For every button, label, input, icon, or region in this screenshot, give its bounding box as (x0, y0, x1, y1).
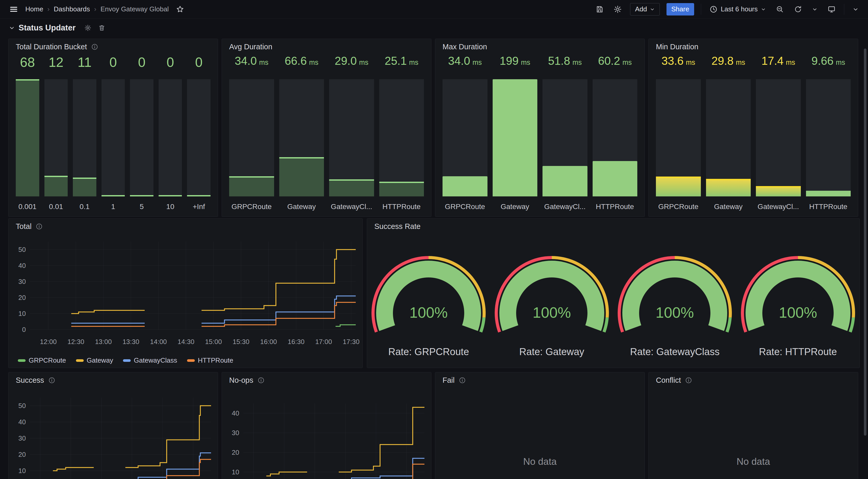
breadcrumb-separator: › (47, 5, 50, 13)
svg-text:14:00: 14:00 (150, 338, 167, 346)
info-icon[interactable] (36, 223, 43, 230)
panel-title: Total Duration Bucket (16, 43, 87, 51)
stat-value: 12 (49, 55, 64, 70)
hamburger-menu-button[interactable] (8, 3, 20, 15)
bar-track (706, 79, 751, 196)
bar-fill (159, 195, 182, 196)
row-settings-button[interactable] (83, 23, 93, 33)
bar-fill (542, 166, 587, 196)
svg-text:100%: 100% (533, 304, 571, 321)
bar-fill (101, 195, 125, 196)
legend-item[interactable]: HTTPRoute (187, 356, 233, 365)
panel-title: Success Rate (374, 222, 421, 231)
legend-item[interactable]: Gateway (76, 356, 114, 365)
svg-text:17:00: 17:00 (315, 338, 332, 346)
bar-cap (756, 186, 801, 187)
svg-text:17:30: 17:30 (343, 338, 360, 346)
stat-value-row: 12 (44, 55, 68, 79)
stat-unit: ms (786, 59, 795, 67)
no-data-text: No data (649, 456, 858, 467)
stat-value-row: 29.0ms (329, 55, 374, 79)
bar-fill (442, 176, 488, 196)
stat-value: 0 (110, 55, 117, 70)
stat-unit: ms (836, 59, 845, 67)
bar-category-label: 0.01 (44, 200, 68, 211)
stat-value-row: 29.8ms (706, 55, 751, 79)
info-icon[interactable] (48, 377, 55, 384)
stat-value: 11 (78, 55, 91, 70)
bar-fill (806, 191, 851, 196)
bar-track (101, 79, 125, 196)
refresh-button[interactable] (792, 4, 804, 15)
svg-text:100%: 100% (656, 304, 694, 321)
no-data-panel-body: No data (649, 388, 858, 479)
legend-label: GRPCRoute (29, 356, 66, 365)
bar-category-label: GatewayCl... (329, 200, 374, 211)
stat-value: 34.0 (235, 55, 257, 67)
bar-column: 199msGateway (493, 55, 537, 211)
svg-text:30: 30 (18, 278, 26, 285)
chevron-down-icon (812, 6, 817, 12)
zoom-out-time-button[interactable] (774, 4, 785, 15)
row-title[interactable]: Status Updater (19, 23, 75, 33)
legend-item[interactable]: GRPCRoute (18, 356, 66, 365)
gauge-label: Rate: GRPCRoute (367, 346, 490, 357)
scrollbar-thumb[interactable] (864, 48, 866, 436)
bar-track (756, 79, 801, 196)
panel-title: Fail (442, 376, 455, 384)
tv-mode-button[interactable] (826, 4, 837, 15)
info-icon[interactable] (91, 43, 98, 50)
panel-title: Conflict (656, 376, 681, 384)
info-icon[interactable] (685, 377, 692, 384)
breadcrumb-current-dashboard: Envoy Gateway Global (100, 5, 169, 13)
bar-track (130, 79, 153, 196)
bar-fill (44, 176, 68, 196)
svg-text:40: 40 (18, 262, 26, 269)
info-icon[interactable] (257, 377, 265, 384)
bar-fill (656, 176, 701, 196)
bar-category-label: 5 (130, 200, 153, 211)
nav-collapse-dropdown[interactable] (851, 5, 860, 14)
row-collapse-icon[interactable] (9, 25, 15, 31)
bar-column: 29.0msGatewayCl... (329, 55, 374, 211)
bar-gauge-row: 34.0msGRPCRoute66.6msGateway29.0msGatewa… (229, 55, 424, 211)
bar-cap (44, 176, 68, 177)
svg-text:100%: 100% (409, 304, 448, 321)
stat-unit: ms (572, 59, 582, 67)
add-button[interactable]: Add (630, 3, 659, 15)
svg-text:15:30: 15:30 (232, 338, 249, 346)
stat-unit: ms (309, 59, 318, 67)
stat-value: 0 (195, 55, 203, 70)
stat-value: 9.66 (811, 55, 834, 67)
stat-value: 33.6 (661, 55, 684, 67)
bar-gauge-chart: 33.6msGRPCRoute29.8msGateway17.4msGatewa… (649, 55, 858, 216)
no-data-text: No data (435, 456, 645, 467)
panel-min-duration: Min Duration 33.6msGRPCRoute29.8msGatewa… (648, 39, 858, 217)
bar-column: 010 (159, 55, 182, 211)
info-icon[interactable] (459, 377, 466, 384)
panel-title: Total (16, 222, 32, 231)
bar-gauge-chart: 680.001120.01110.101050100+Inf (8, 55, 218, 216)
legend-label: GatewayClass (134, 356, 177, 365)
panel-fail: Fail No data (435, 372, 645, 479)
favorite-star-button[interactable] (175, 4, 186, 15)
bar-category-label: GatewayCl... (542, 200, 587, 211)
bar-cap (329, 179, 374, 181)
stat-value-row: 34.0ms (229, 55, 274, 79)
legend-swatch (123, 359, 131, 362)
save-dashboard-button[interactable] (594, 4, 605, 15)
row-delete-button[interactable] (97, 23, 107, 33)
gauge-chart: 100% (615, 248, 734, 334)
svg-text:16:00: 16:00 (260, 338, 277, 346)
bar-track (806, 79, 851, 196)
share-button[interactable]: Share (666, 3, 694, 15)
legend-item[interactable]: GatewayClass (123, 356, 177, 365)
breadcrumb-home[interactable]: Home (25, 5, 43, 13)
dashboard-settings-button[interactable] (612, 4, 623, 15)
breadcrumb-dashboards[interactable]: Dashboards (54, 5, 90, 13)
time-range-picker[interactable]: Last 6 hours (708, 5, 768, 13)
stat-value-row: 0 (187, 55, 211, 79)
legend-swatch (187, 359, 195, 362)
panel-header: Min Duration (649, 39, 858, 55)
refresh-interval-dropdown[interactable] (810, 5, 819, 14)
